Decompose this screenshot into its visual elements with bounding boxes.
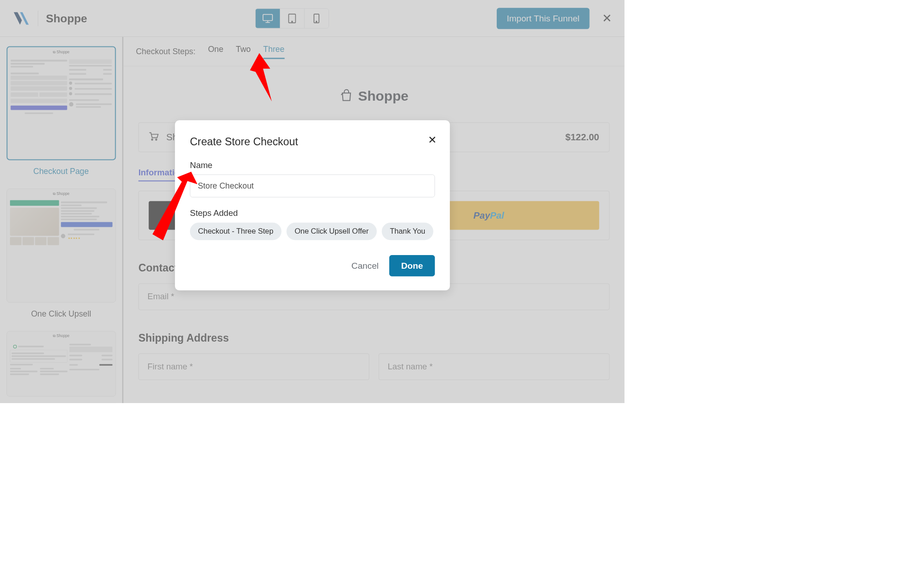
chip-upsell-offer[interactable]: One Click Upsell Offer [287,223,377,240]
store-checkout-name-input[interactable] [190,174,435,197]
steps-chips: Checkout - Three Step One Click Upsell O… [190,223,435,240]
create-store-checkout-modal: Create Store Checkout ✕ Name Steps Added… [175,120,450,291]
chip-thank-you[interactable]: Thank You [382,223,433,240]
modal-title: Create Store Checkout [190,136,435,148]
chip-checkout-three-step[interactable]: Checkout - Three Step [190,223,282,240]
modal-name-label: Name [190,160,435,170]
modal-steps-label: Steps Added [190,209,435,218]
done-button[interactable]: Done [389,255,435,276]
cancel-button[interactable]: Cancel [351,261,379,271]
modal-close-icon[interactable]: ✕ [428,133,437,146]
modal-footer: Cancel Done [190,255,435,276]
